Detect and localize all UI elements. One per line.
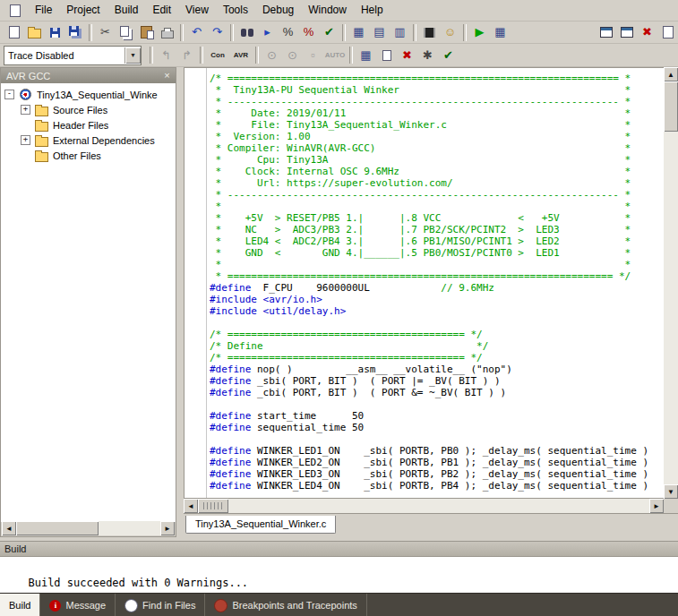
code-line: * File: Tiny13A_Sequential_Winker.c * xyxy=(210,119,664,131)
start-trace-button[interactable]: ⊙ xyxy=(262,46,282,64)
save-file-button[interactable] xyxy=(45,23,65,42)
document-icon xyxy=(124,599,138,612)
cascade-windows-icon xyxy=(598,25,614,39)
menu-edit[interactable]: Edit xyxy=(145,0,178,21)
scrollbar-thumb[interactable] xyxy=(664,81,678,132)
menu-tools[interactable]: Tools xyxy=(216,0,255,21)
code-line: * --------------------------------------… xyxy=(210,189,664,201)
tree-item-external-dependencies[interactable]: +External Dependencies xyxy=(4,133,176,148)
code-line: * ======================================… xyxy=(210,270,664,282)
build-all-button[interactable]: ▥ xyxy=(390,23,410,42)
build-and-run-button[interactable]: ▦ xyxy=(490,23,511,42)
new-file-button[interactable] xyxy=(4,23,24,42)
print-button[interactable] xyxy=(157,23,177,42)
scroll-up-icon[interactable]: ▲ xyxy=(664,67,678,81)
code-editor[interactable]: /* =====================================… xyxy=(184,67,664,499)
code-line: #define _sbi( PORT, BIT ) ( PORT |= _BV(… xyxy=(210,375,664,387)
output-tab-build[interactable]: Build xyxy=(0,594,40,616)
display-io-view-button[interactable]: ▦ xyxy=(356,46,376,64)
connect-button[interactable]: Con xyxy=(206,46,229,64)
output-tab-find-in-files[interactable]: Find in Files xyxy=(116,594,205,616)
cut-button[interactable]: ✂ xyxy=(95,23,116,42)
scrollbar-thumb[interactable] xyxy=(16,521,99,535)
document-icon xyxy=(7,4,22,18)
find-next-button[interactable]: ▸ xyxy=(257,23,278,42)
menu-build[interactable]: Build xyxy=(107,0,146,21)
undo-button[interactable]: ↶ xyxy=(186,23,207,42)
tile-windows-button[interactable] xyxy=(616,23,637,42)
save-all-button[interactable] xyxy=(65,23,86,42)
panel-splitter[interactable] xyxy=(176,67,184,541)
menu-project[interactable]: Project xyxy=(59,0,107,21)
check-icon-button[interactable]: ✔ xyxy=(319,23,339,42)
menu-view[interactable]: View xyxy=(178,0,216,21)
run-icon: ▶ xyxy=(476,25,485,39)
scrollbar-thumb[interactable] xyxy=(198,499,228,513)
build-panel-header[interactable]: Build xyxy=(0,541,678,556)
scroll-left-icon[interactable]: ◄ xyxy=(2,521,16,535)
new-document-button[interactable] xyxy=(376,46,397,64)
paste-button[interactable] xyxy=(136,23,157,42)
delete-red-icon: ✖ xyxy=(402,48,412,63)
chevron-down-icon[interactable]: ▼ xyxy=(124,47,141,64)
expander-icon[interactable]: + xyxy=(21,135,30,145)
trace-down-button[interactable]: ↱ xyxy=(176,46,197,64)
delete-red-button[interactable]: ✖ xyxy=(397,46,417,64)
code-line: /* =====================================… xyxy=(210,73,664,84)
find-button[interactable] xyxy=(236,23,257,42)
editor-hscrollbar[interactable]: ◄ ► xyxy=(184,499,664,513)
expander-icon[interactable]: + xyxy=(21,105,30,115)
cascade-windows-button[interactable] xyxy=(596,23,616,42)
scroll-right-icon[interactable]: ► xyxy=(649,499,664,513)
project-panel-title: AVR GCC xyxy=(6,71,161,81)
code-line: * Cpu: Tiny13A * xyxy=(210,154,664,166)
code-line: #define start_time 50 xyxy=(210,410,664,422)
menu-debug[interactable]: Debug xyxy=(255,0,301,21)
menu-help[interactable]: Help xyxy=(354,0,390,21)
run-button[interactable]: ▶ xyxy=(469,23,490,42)
about-smiley-button[interactable]: ☺ xyxy=(440,23,460,42)
percent-icon-1-button[interactable]: % xyxy=(278,23,298,42)
trace-up-button[interactable]: ↰ xyxy=(156,46,176,64)
tree-item-label: Tiny13A_Sequential_Winke xyxy=(37,90,158,100)
scroll-right-icon[interactable]: ► xyxy=(160,521,175,535)
workspace: AVR GCC × -Tiny13A_Sequential_Winke+Sour… xyxy=(0,67,678,541)
output-tab-message[interactable]: iMessage xyxy=(40,594,116,616)
code-line: #define F_CPU 9600000UL // 9.6MHz xyxy=(210,282,664,294)
avr-prog-button[interactable]: AVR xyxy=(229,46,253,64)
close-red-button[interactable]: ✖ xyxy=(637,23,657,42)
scroll-down-icon[interactable]: ▼ xyxy=(664,484,678,499)
editor-selection-margin xyxy=(185,68,207,498)
copy-button[interactable] xyxy=(116,23,136,42)
editor-vscrollbar[interactable]: ▲ ▼ xyxy=(664,67,678,499)
tree-item-source-files[interactable]: +Source Files xyxy=(4,102,176,117)
tree-item-other-files[interactable]: Other Files xyxy=(4,148,176,163)
project-tree: -Tiny13A_Sequential_Winke+Source FilesHe… xyxy=(1,83,176,522)
scroll-left-icon[interactable]: ◄ xyxy=(184,499,198,513)
close-icon[interactable]: × xyxy=(161,70,173,81)
code-area: /* =====================================… xyxy=(210,73,664,498)
tree-item-header-files[interactable]: Header Files xyxy=(4,117,176,133)
project-tree-hscrollbar[interactable]: ◄ ► xyxy=(2,521,175,535)
folder-icon xyxy=(34,118,49,133)
expander-icon[interactable]: - xyxy=(4,90,14,99)
trace-combobox[interactable]: Trace Disabled ▼ xyxy=(4,46,142,65)
compile-icon: ▦ xyxy=(353,25,364,39)
output-tab-breakpoints-and-tracepoints[interactable]: Breakpoints and Tracepoints xyxy=(205,594,366,616)
auto-step-button[interactable]: AUTO xyxy=(323,46,347,64)
clear-trace-button[interactable]: ▫ xyxy=(303,46,323,64)
menu-file[interactable]: File xyxy=(28,0,59,21)
percent-icon-2-button[interactable]: % xyxy=(298,23,319,42)
tree-item-project-root[interactable]: -Tiny13A_Sequential_Winke xyxy=(4,87,176,102)
device-chip-button[interactable] xyxy=(419,23,440,42)
check-icon-2-button[interactable]: ✔ xyxy=(438,46,459,64)
menu-window[interactable]: Window xyxy=(301,0,354,21)
window-list-button[interactable] xyxy=(657,23,678,42)
open-file-button[interactable] xyxy=(24,23,45,42)
build-button[interactable]: ▤ xyxy=(369,23,390,42)
stop-trace-button[interactable]: ⊙ xyxy=(282,46,303,64)
redo-button[interactable]: ↷ xyxy=(207,23,227,42)
document-tab[interactable]: Tiny13A_Sequential_Winker.c xyxy=(185,516,336,534)
settings-icon-button[interactable]: ✱ xyxy=(417,46,438,64)
compile-button[interactable]: ▦ xyxy=(348,23,369,42)
